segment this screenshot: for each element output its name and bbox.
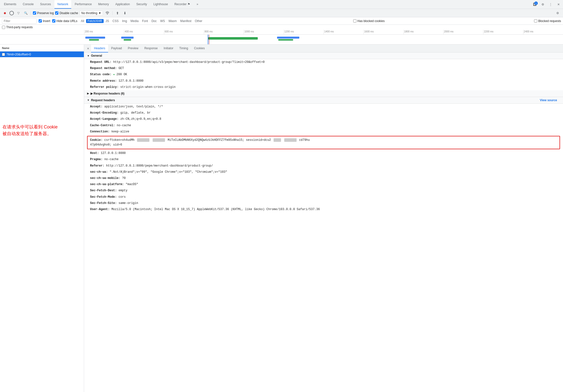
referer-label: Referer: [90,164,104,168]
throttle-arrow-icon: ▼ [98,11,101,15]
response-headers-section[interactable]: ▶ ▶ Response headers (6) [84,90,563,97]
remote-address-row: Remote address: 127.0.0.1:8000 [84,78,563,84]
stop-button[interactable] [9,11,14,15]
blocked-requests[interactable]: Blocked requests [534,19,561,23]
separator-2 [112,11,113,15]
status-indicator: ● [113,73,115,76]
filter-css[interactable]: CSS [111,19,120,23]
tab-recorder[interactable]: Recorder ⚑ [171,0,193,9]
filter-img[interactable]: Img [120,19,128,23]
download-icon[interactable]: ⬇ [122,10,128,16]
sec-ch-ua-label: sec-ch-ua: [90,170,108,174]
sec-ch-ua-platform-value: "macOS" [126,183,138,186]
header-sec-ch-ua-platform: sec-ch-ua-platform: "macOS" [84,181,563,188]
filter-all[interactable]: All [79,19,86,23]
remote-address-value: 127.0.0.1:8000 [118,79,143,83]
more-icon[interactable]: ⋮ [547,1,554,8]
waterfall-bar-2 [89,39,99,41]
filter-ws[interactable]: WS [159,19,166,23]
user-agent-value: Mozilla/5.0 (Macintosh; Intel Mac OS X 1… [111,208,320,211]
header-accept: Accept: application/json, text/plain, */… [84,104,563,110]
search-icon[interactable]: 🔍 [23,10,29,16]
upload-icon[interactable]: ⬆ [115,10,120,16]
tab-response[interactable]: Response [141,45,161,52]
header-accept-language: Accept-Language: zh-CN,zh;q=0.9,en;q=0.8 [84,116,563,122]
hide-data-urls-checkbox[interactable]: Hide data URLs [52,19,77,23]
wifi-icon[interactable] [104,10,110,16]
sec-ch-ua-value: ".Not/A)Brand";v="99", "Google Chrome";v… [110,170,227,174]
waterfall-bar-1 [85,37,105,39]
tab-payload[interactable]: Payload [108,45,125,52]
notification-badge[interactable]: 🔲 1 [531,1,538,8]
host-value: 127.0.0.1:8000 [101,151,126,155]
throttle-select[interactable]: No throttling ▼ [80,11,103,16]
tab-console[interactable]: Console [20,0,37,9]
tab-headers[interactable]: Headers [91,45,108,52]
referer-value: http://127.0.0.1:8000/pepe/merchant-dash… [106,164,213,168]
row-checkbox[interactable] [2,53,5,56]
sec-fetch-dest-value: empty [118,189,127,192]
header-pragma: Pragma: no-cache [84,156,563,163]
tab-sources[interactable]: Sources [37,0,54,9]
tick-800: 800 ms [204,30,244,34]
filter-js[interactable]: JS [104,19,111,23]
request-headers-title: Request headers [91,98,115,102]
request-headers-section[interactable]: ▼ Request headers View source [84,97,563,104]
preserve-log-checkbox[interactable]: Preserve log [33,11,54,15]
tab-cookies[interactable]: Cookies [191,45,208,52]
timeline-ruler: 200 ms 400 ms 600 ms 800 ms 1000 ms 1200… [0,30,563,35]
cookie-blur-1 [137,138,149,142]
cookie-blur-2 [153,138,165,142]
detail-close-button[interactable]: × [85,46,91,51]
tab-timing[interactable]: Timing [176,45,191,52]
right-panel: × Headers Payload Preview Response Initi… [84,45,563,392]
cache-control-value: no-cache [117,124,131,127]
cookie-blur-4 [284,138,297,142]
filter-input[interactable] [2,18,37,24]
tab-memory[interactable]: Memory [95,0,112,9]
view-source-button[interactable]: View source [540,98,560,102]
tab-network[interactable]: Network [54,0,71,9]
settings-icon[interactable]: ⚙ [539,1,546,8]
tab-performance[interactable]: Performance [72,0,95,9]
sec-fetch-site-label: Sec-Fetch-Site: [90,201,117,205]
filter-doc[interactable]: Doc [150,19,158,23]
record-button[interactable]: ⏺ [2,10,8,16]
sec-ch-ua-mobile-label: sec-ch-ua-mobile: [90,176,120,180]
tab-elements[interactable]: Elements [1,0,19,9]
tab-more[interactable]: » [194,0,201,9]
tab-lighthouse[interactable]: Lighthouse [150,0,171,9]
general-title: General [91,54,102,57]
connection-label: Connection: [90,130,110,133]
invert-checkbox[interactable]: Invert [39,19,50,23]
network-row[interactable]: ?limit=20&offset=0 [0,51,84,57]
tick-1200: 1200 ms [284,30,324,34]
tab-security[interactable]: Security [133,0,150,9]
filter-media[interactable]: Media [129,19,140,23]
filter-fetch-xhr[interactable]: Fetch/XHR [86,19,104,23]
user-agent-label: User-Agent: [90,208,110,211]
filter-icon[interactable]: ▽ [15,10,21,16]
has-blocked-cookies[interactable]: Has blocked cookies [353,19,385,23]
header-cache-control: Cache-Control: no-cache [84,122,563,129]
filter-other[interactable]: Other [193,19,204,23]
close-devtools-icon[interactable]: ✕ [555,1,562,8]
tick-1400: 1400 ms [324,30,363,34]
general-section-header[interactable]: ▼ General [84,52,563,59]
tab-preview[interactable]: Preview [125,45,141,52]
filter-font[interactable]: Font [141,19,149,23]
devtools-settings-icon[interactable]: ⚙ [554,10,561,17]
cache-control-label: Cache-Control: [90,124,115,127]
pragma-value: no-cache [104,158,119,161]
status-code-label: Status code: [90,73,111,76]
waterfall-bar-7 [278,39,293,41]
filter-wasm[interactable]: Wasm [167,19,178,23]
disable-cache-checkbox[interactable]: Disable cache [55,11,78,15]
sec-fetch-dest-label: Sec-Fetch-Dest: [90,189,117,192]
tab-initiator[interactable]: Initiator [161,45,176,52]
status-code-value: 200 OK [117,73,127,76]
third-party-checkbox[interactable]: Third-party requests [2,25,33,29]
throttle-label: No throttling [81,11,97,15]
tab-application[interactable]: Application [112,0,133,9]
filter-manifest[interactable]: Manifest [179,19,193,23]
